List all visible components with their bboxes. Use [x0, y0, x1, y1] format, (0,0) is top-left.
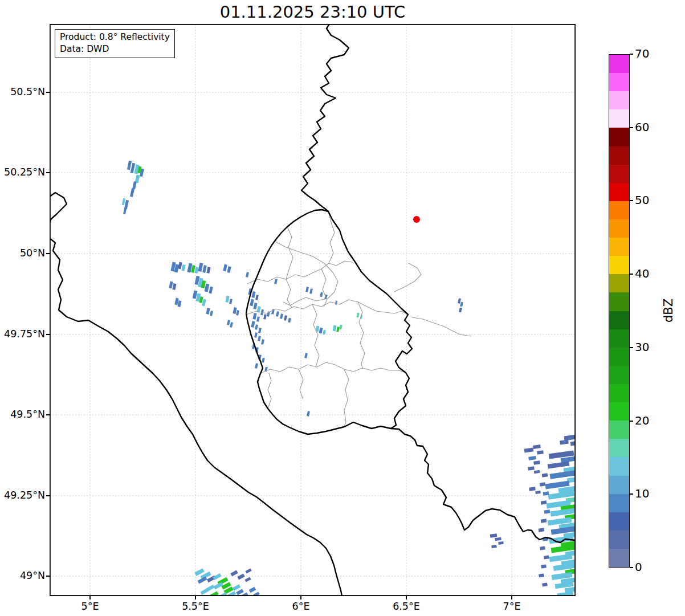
plot-title: 01.11.2025 23:10 UTC	[50, 3, 576, 22]
colorbar-segment	[609, 91, 629, 109]
y-tick-label: 50.5°N	[0, 86, 45, 97]
product-label: Product: 0.8° Reflectivity	[60, 31, 170, 43]
y-tick	[46, 172, 50, 173]
colorbar-segment	[609, 421, 629, 439]
colorbar-segment	[609, 366, 629, 384]
colorbar-tick	[630, 347, 633, 348]
colorbar-segment	[609, 109, 629, 128]
x-tick	[300, 596, 301, 599]
x-tick-label: 5°E	[64, 601, 116, 612]
x-tick	[89, 596, 90, 599]
colorbar-tick	[630, 200, 633, 201]
colorbar	[609, 54, 630, 568]
map-plot-area: Product: 0.8° Reflectivity Data: DWD	[50, 24, 576, 596]
x-tick-label: 6°E	[275, 601, 327, 612]
y-tick-label: 49°N	[0, 570, 45, 581]
y-tick	[46, 576, 50, 576]
colorbar-segment	[609, 549, 629, 567]
x-tick	[406, 596, 406, 599]
colorbar-segment	[609, 219, 629, 238]
colorbar-tick-label: 0	[635, 560, 642, 574]
y-tick-label: 50.25°N	[0, 166, 45, 178]
data-source-label: Data: DWD	[60, 43, 170, 55]
colorbar-segment	[609, 494, 629, 512]
colorbar-tick-label: 30	[635, 340, 649, 354]
colorbar-segment	[609, 128, 629, 146]
figure: 01.11.2025 23:10 UTC Product: 0.8° Refle…	[0, 0, 685, 616]
y-tick-label: 49.75°N	[0, 328, 45, 340]
y-tick-label: 49.25°N	[0, 489, 45, 501]
colorbar-segment	[609, 165, 629, 183]
colorbar-segment	[609, 531, 629, 549]
colorbar-segment	[609, 73, 629, 91]
colorbar-tick-label: 20	[635, 414, 649, 427]
colorbar-segment	[609, 329, 629, 348]
colorbar-tick	[630, 493, 633, 494]
colorbar-tick-label: 50	[635, 193, 649, 207]
colorbar-segment	[609, 55, 629, 73]
y-tick	[46, 334, 50, 334]
colorbar-segment	[609, 457, 629, 475]
x-tick	[511, 596, 512, 599]
radar-map	[50, 24, 576, 596]
colorbar-tick	[630, 127, 633, 128]
colorbar-segment	[609, 384, 629, 402]
colorbar-segment	[609, 238, 629, 256]
colorbar-segment	[609, 402, 629, 421]
colorbar-segment	[609, 256, 629, 274]
colorbar-segment	[609, 146, 629, 165]
y-tick-label: 50°N	[0, 247, 45, 259]
colorbar-segment	[609, 292, 629, 311]
colorbar-tick	[630, 274, 633, 274]
colorbar-segment	[609, 311, 629, 329]
colorbar-segment	[609, 439, 629, 457]
colorbar-tick-label: 60	[635, 120, 649, 134]
x-tick-label: 6.5°E	[381, 601, 432, 612]
colorbar-tick	[630, 567, 633, 568]
y-tick	[46, 92, 50, 92]
y-tick-label: 49.5°N	[0, 409, 45, 420]
colorbar-segment	[609, 476, 629, 494]
colorbar-tick	[630, 421, 633, 421]
colorbar-segment	[609, 348, 629, 366]
y-tick	[46, 253, 50, 254]
colorbar-unit-label: dBZ	[662, 299, 675, 323]
product-info-box: Product: 0.8° Reflectivity Data: DWD	[55, 29, 175, 58]
colorbar-tick-label: 10	[635, 487, 649, 500]
y-tick	[46, 414, 50, 415]
colorbar-segment	[609, 201, 629, 219]
colorbar-tick-label: 70	[635, 47, 649, 60]
y-tick	[46, 495, 50, 496]
x-tick-label: 5.5°E	[170, 601, 221, 612]
colorbar-tick	[630, 54, 633, 54]
colorbar-segment	[609, 274, 629, 292]
colorbar-segment	[609, 183, 629, 201]
colorbar-segment	[609, 512, 629, 531]
colorbar-tick-label: 40	[635, 267, 649, 280]
x-tick	[195, 596, 195, 599]
x-tick-label: 7°E	[486, 601, 537, 612]
